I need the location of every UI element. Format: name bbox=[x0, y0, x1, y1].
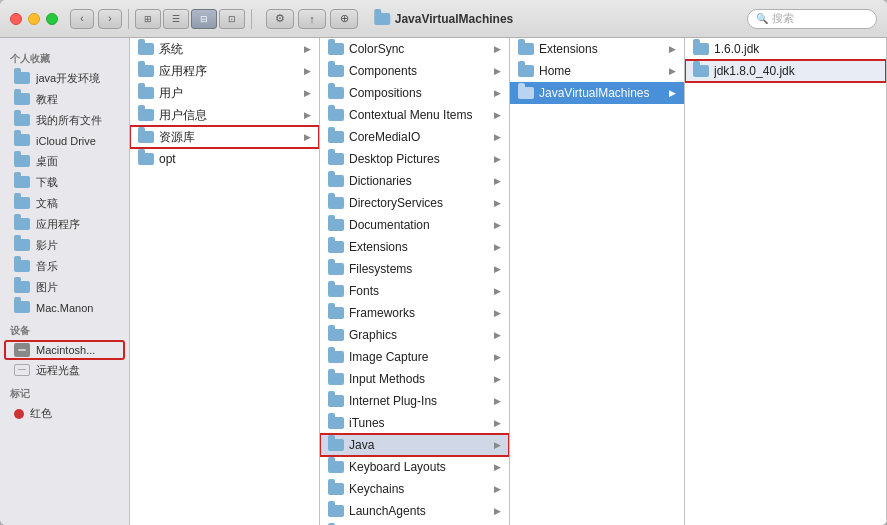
file-item[interactable]: Desktop Pictures ▶ bbox=[320, 148, 509, 170]
file-item-java[interactable]: Java ▶ bbox=[320, 434, 509, 456]
file-label: Keyboard Layouts bbox=[349, 460, 489, 474]
file-item-jdk16[interactable]: 1.6.0.jdk bbox=[685, 38, 886, 60]
file-item[interactable]: ColorSync ▶ bbox=[320, 38, 509, 60]
folder-icon bbox=[328, 461, 344, 473]
sidebar-item-remote[interactable]: 远程光盘 bbox=[4, 360, 125, 381]
title-label: JavaVirtualMachines bbox=[395, 12, 514, 26]
tag-button[interactable]: ⊕ bbox=[330, 9, 358, 29]
file-label: Documentation bbox=[349, 218, 489, 232]
arrow-icon: ▶ bbox=[304, 88, 311, 98]
arrow-icon: ▶ bbox=[494, 462, 501, 472]
file-label: 应用程序 bbox=[159, 63, 299, 80]
file-item[interactable]: 用户 ▶ bbox=[130, 82, 319, 104]
sidebar-item-movies[interactable]: 影片 bbox=[4, 235, 125, 256]
file-item-fonts[interactable]: Fonts ▶ bbox=[320, 280, 509, 302]
sidebar-item-icloud[interactable]: iCloud Drive bbox=[4, 131, 125, 151]
gear-button[interactable]: ⚙ bbox=[266, 9, 294, 29]
view-list-button[interactable]: ☰ bbox=[163, 9, 189, 29]
folder-icon bbox=[14, 281, 30, 295]
file-item[interactable]: CoreMediaIO ▶ bbox=[320, 126, 509, 148]
arrow-icon: ▶ bbox=[494, 88, 501, 98]
arrow-icon: ▶ bbox=[494, 286, 501, 296]
sidebar-label: 文稿 bbox=[36, 196, 58, 211]
file-item-input-methods[interactable]: Input Methods ▶ bbox=[320, 368, 509, 390]
column-4: 1.6.0.jdk jdk1.8.0_40.jdk bbox=[685, 38, 887, 525]
file-item[interactable]: opt bbox=[130, 148, 319, 170]
file-item[interactable]: Components ▶ bbox=[320, 60, 509, 82]
back-button[interactable]: ‹ bbox=[70, 9, 94, 29]
sidebar-label: java开发环境 bbox=[36, 71, 100, 86]
minimize-button[interactable] bbox=[28, 13, 40, 25]
arrow-icon: ▶ bbox=[494, 198, 501, 208]
sidebar-label: 远程光盘 bbox=[36, 363, 80, 378]
file-item-graphics[interactable]: Graphics ▶ bbox=[320, 324, 509, 346]
folder-icon bbox=[518, 65, 534, 77]
file-item-dictionaries[interactable]: Dictionaries ▶ bbox=[320, 170, 509, 192]
folder-icon bbox=[328, 153, 344, 165]
file-item-library[interactable]: 资源库 ▶ bbox=[130, 126, 319, 148]
file-item[interactable]: Compositions ▶ bbox=[320, 82, 509, 104]
file-label: 1.6.0.jdk bbox=[714, 42, 878, 56]
search-placeholder: 搜索 bbox=[772, 11, 794, 26]
file-item[interactable]: 用户信息 ▶ bbox=[130, 104, 319, 126]
file-label: 资源库 bbox=[159, 129, 299, 146]
sidebar-label: 我的所有文件 bbox=[36, 113, 102, 128]
file-label: Contextual Menu Items bbox=[349, 108, 489, 122]
file-item[interactable]: Image Capture ▶ bbox=[320, 346, 509, 368]
file-label: 用户信息 bbox=[159, 107, 299, 124]
sidebar-item-red-tag[interactable]: 红色 bbox=[4, 403, 125, 424]
folder-icon bbox=[328, 197, 344, 209]
file-label: Compositions bbox=[349, 86, 489, 100]
file-item[interactable]: LaunchAgents ▶ bbox=[320, 500, 509, 522]
file-item-jvm[interactable]: JavaVirtualMachines ▶ bbox=[510, 82, 684, 104]
main-content: 个人收藏 java开发环境 教程 我的所有文件 iCloud Drive 桌面 bbox=[0, 38, 887, 525]
sidebar-item-docs[interactable]: 文稿 bbox=[4, 193, 125, 214]
sidebar-item-music[interactable]: 音乐 bbox=[4, 256, 125, 277]
sidebar-item-all-files[interactable]: 我的所有文件 bbox=[4, 110, 125, 131]
sidebar-item-macintosh[interactable]: Macintosh... bbox=[4, 340, 125, 360]
view-icon-button[interactable]: ⊞ bbox=[135, 9, 161, 29]
sidebar-item-desktop[interactable]: 桌面 bbox=[4, 151, 125, 172]
file-item-keyboard-layouts[interactable]: Keyboard Layouts ▶ bbox=[320, 456, 509, 478]
folder-icon bbox=[693, 43, 709, 55]
file-item[interactable]: 应用程序 ▶ bbox=[130, 60, 319, 82]
folder-icon bbox=[328, 417, 344, 429]
arrow-icon: ▶ bbox=[494, 374, 501, 384]
view-column-button[interactable]: ⊟ bbox=[191, 9, 217, 29]
folder-icon bbox=[328, 483, 344, 495]
search-box[interactable]: 🔍 搜索 bbox=[747, 9, 877, 29]
sidebar-item-macmanon[interactable]: Mac.Manon bbox=[4, 298, 125, 318]
folder-icon bbox=[328, 131, 344, 143]
traffic-lights bbox=[10, 13, 58, 25]
file-item[interactable]: Documentation ▶ bbox=[320, 214, 509, 236]
sidebar-item-java-dev[interactable]: java开发环境 bbox=[4, 68, 125, 89]
tags-section-label: 标记 bbox=[0, 381, 129, 403]
file-item[interactable]: Keychains ▶ bbox=[320, 478, 509, 500]
file-item-jdk18[interactable]: jdk1.8.0_40.jdk bbox=[685, 60, 886, 82]
file-item[interactable]: Extensions ▶ bbox=[510, 38, 684, 60]
file-item[interactable]: Filesystems ▶ bbox=[320, 258, 509, 280]
sidebar-item-tutorial[interactable]: 教程 bbox=[4, 89, 125, 110]
forward-button[interactable]: › bbox=[98, 9, 122, 29]
file-label: Graphics bbox=[349, 328, 489, 342]
file-item[interactable]: 系统 ▶ bbox=[130, 38, 319, 60]
sidebar-item-apps[interactable]: 应用程序 bbox=[4, 214, 125, 235]
folder-icon bbox=[14, 176, 30, 190]
arrow-icon: ▶ bbox=[494, 154, 501, 164]
folder-icon bbox=[693, 65, 709, 77]
file-item[interactable]: Extensions ▶ bbox=[320, 236, 509, 258]
file-item[interactable]: DirectoryServices ▶ bbox=[320, 192, 509, 214]
share-button[interactable]: ↑ bbox=[298, 9, 326, 29]
arrow-icon: ▶ bbox=[494, 220, 501, 230]
folder-icon bbox=[138, 43, 154, 55]
file-item[interactable]: Frameworks ▶ bbox=[320, 302, 509, 324]
sidebar-item-downloads[interactable]: 下载 bbox=[4, 172, 125, 193]
file-item[interactable]: iTunes ▶ bbox=[320, 412, 509, 434]
file-item[interactable]: Home ▶ bbox=[510, 60, 684, 82]
view-coverflow-button[interactable]: ⊡ bbox=[219, 9, 245, 29]
maximize-button[interactable] bbox=[46, 13, 58, 25]
file-item[interactable]: Contextual Menu Items ▶ bbox=[320, 104, 509, 126]
sidebar-item-pictures[interactable]: 图片 bbox=[4, 277, 125, 298]
close-button[interactable] bbox=[10, 13, 22, 25]
file-item[interactable]: Internet Plug-Ins ▶ bbox=[320, 390, 509, 412]
